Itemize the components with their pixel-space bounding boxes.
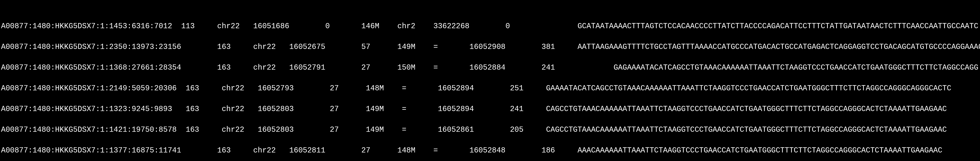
cell: A00877:1480:HKKG5DSX7:1:1453:6316:7012 — [1, 22, 172, 30]
cell: 149M — [366, 105, 384, 113]
cell: 16052811 — [289, 146, 325, 155]
cell: A00877:1480:HKKG5DSX7:1:2350:13973:23156 — [1, 43, 181, 51]
cell: 150M — [398, 64, 415, 72]
sam-row: A00877:1480:HKKG5DSX7:1:1323:9245:9893 1… — [1, 104, 979, 115]
cell: 113 — [181, 22, 195, 30]
cell: 381 — [541, 43, 555, 51]
cell: 33622268 — [433, 22, 469, 30]
cell: 16051686 — [253, 22, 289, 30]
terminal-output: A00877:1480:HKKG5DSX7:1:1453:6316:7012 1… — [0, 10, 980, 161]
cell: 205 — [510, 126, 523, 134]
cell: 16052894 — [438, 84, 474, 92]
cell: chr22 — [253, 43, 276, 51]
cell: AAACAAAAAATTAAATTCTAAGGTCCCTGAACCATCTGAA… — [578, 146, 942, 155]
cell: 57 — [361, 43, 370, 51]
cell: chr2 — [398, 22, 415, 30]
cell: 241 — [541, 64, 555, 72]
cell: 27 — [361, 64, 370, 72]
cell: 149M — [366, 126, 384, 134]
cell: 163 — [186, 105, 199, 113]
sam-row: A00877:1480:HKKG5DSX7:1:1421:19750:8578 … — [1, 125, 979, 135]
sam-row: A00877:1480:HKKG5DSX7:1:1368:27661:28354… — [1, 63, 979, 73]
cell: 16052675 — [289, 43, 325, 51]
cell: GCATAATAAAACTTTAGTCTCCACAACCCCTTATCTTACC… — [578, 22, 978, 30]
cell: CAGCCTGTAAACAAAAAATTAAATTCTAAGGTCCCTGAAC… — [546, 126, 947, 134]
cell: 163 — [217, 146, 231, 155]
cell: chr22 — [253, 146, 276, 155]
cell: 163 — [186, 84, 199, 92]
cell: 16052848 — [469, 146, 505, 155]
cell: = — [402, 84, 406, 92]
cell: 16052793 — [258, 84, 294, 92]
cell: 163 — [217, 64, 231, 72]
cell: = — [433, 146, 438, 155]
cell: 163 — [217, 43, 231, 51]
cell: chr22 — [222, 84, 244, 92]
cell: 27 — [361, 146, 370, 155]
sam-row: A00877:1480:HKKG5DSX7:1:1453:6316:7012 1… — [1, 21, 979, 32]
cell: chr22 — [217, 22, 240, 30]
cell: 186 — [541, 146, 555, 155]
cell: 16052908 — [469, 43, 505, 51]
cell: 27 — [330, 84, 339, 92]
cell: 0 — [505, 22, 510, 30]
cell: 146M — [361, 22, 379, 30]
cell: 149M — [398, 43, 415, 51]
cell: CAGCCTGTAAACAAAAAATTAAATTCTAAGGTCCCTGAAC… — [546, 105, 947, 113]
cell: 27 — [330, 105, 339, 113]
cell: 241 — [510, 105, 523, 113]
cell: 16052861 — [438, 126, 474, 134]
cell: A00877:1480:HKKG5DSX7:1:1377:16875:11741 — [1, 146, 181, 155]
cell: 27 — [330, 126, 339, 134]
cell: GAAAATACATCAGCCTGTAAACAAAAAATTAAATTCTAAG… — [546, 84, 951, 92]
cell: chr22 — [222, 126, 244, 134]
cell: 163 — [186, 126, 199, 134]
cell: = — [402, 105, 406, 113]
cell: A00877:1480:HKKG5DSX7:1:2149:5059:20306 — [1, 84, 177, 92]
cell: 16052803 — [258, 105, 294, 113]
cell: = — [433, 64, 438, 72]
sam-row: A00877:1480:HKKG5DSX7:1:2350:13973:23156… — [1, 42, 979, 52]
cell: 148M — [398, 146, 415, 155]
cell: A00877:1480:HKKG5DSX7:1:1368:27661:28354 — [1, 64, 181, 72]
cell: 16052803 — [258, 126, 294, 134]
cell: A00877:1480:HKKG5DSX7:1:1421:19750:8578 — [1, 126, 177, 134]
cell: = — [433, 43, 438, 51]
sam-row: A00877:1480:HKKG5DSX7:1:2149:5059:20306 … — [1, 83, 979, 94]
cell: chr22 — [222, 105, 244, 113]
cell: A00877:1480:HKKG5DSX7:1:1323:9245:9893 — [1, 105, 172, 113]
cell: 0 — [325, 22, 330, 30]
cell: 16052884 — [469, 64, 505, 72]
cell: 16052791 — [289, 64, 325, 72]
sam-row: A00877:1480:HKKG5DSX7:1:1377:16875:11741… — [1, 145, 979, 156]
cell: 148M — [366, 84, 384, 92]
cell: GAGAAAATACATCAGCCTGTAAACAAAAAATTAAATTCTA… — [614, 64, 978, 72]
cell: chr22 — [253, 64, 276, 72]
cell: 251 — [510, 84, 523, 92]
cell: AATTAAGAAAGTTTTCTGCCTAGTTTAAAACCATGCCCAT… — [578, 43, 980, 51]
cell: = — [402, 126, 406, 134]
cell: 16052894 — [438, 105, 474, 113]
